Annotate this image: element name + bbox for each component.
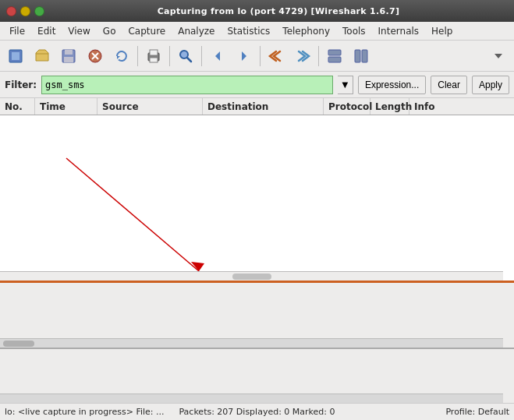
hex-panel[interactable] — [0, 349, 514, 403]
svg-rect-3 — [65, 50, 73, 55]
svg-rect-11 — [150, 58, 158, 62]
window-title: Capturing from lo (port 4729) [Wireshark… — [49, 6, 508, 16]
svg-marker-14 — [215, 51, 220, 61]
svg-rect-17 — [328, 57, 341, 62]
menu-file[interactable]: File — [3, 24, 31, 38]
separator-2 — [169, 46, 170, 66]
col-header-length[interactable]: Length — [370, 98, 409, 115]
svg-rect-4 — [64, 57, 73, 62]
find-button[interactable] — [173, 44, 198, 69]
svg-line-21 — [66, 158, 199, 271]
view-toggle-button[interactable] — [322, 44, 347, 69]
filter-bar: Filter: ▼ Expression... Clear Apply — [0, 72, 514, 98]
menu-tools[interactable]: Tools — [336, 24, 372, 38]
column-headers: No. Time Source Destination Protocol Len… — [0, 98, 514, 115]
go-to-last-button[interactable] — [290, 44, 315, 69]
close-capture-button[interactable] — [83, 44, 108, 69]
clear-button[interactable]: Clear — [431, 76, 467, 94]
svg-marker-20 — [495, 54, 502, 58]
scrollbar-thumb[interactable] — [232, 274, 271, 280]
filter-input[interactable] — [41, 76, 333, 94]
svg-line-13 — [187, 58, 191, 62]
filter-label: Filter: — [5, 79, 37, 90]
menu-capture[interactable]: Capture — [122, 24, 172, 38]
menu-statistics[interactable]: Statistics — [221, 24, 276, 38]
hex-scrollbar[interactable] — [0, 394, 503, 403]
status-center: Packets: 207 Displayed: 0 Marked: 0 — [173, 407, 342, 417]
columns-button[interactable] — [349, 44, 374, 69]
separator-1 — [137, 46, 138, 66]
menu-telephony[interactable]: Telephony — [276, 24, 336, 38]
svg-marker-15 — [242, 51, 246, 61]
expression-button[interactable]: Expression... — [358, 76, 426, 94]
apply-button[interactable]: Apply — [472, 76, 509, 94]
svg-rect-16 — [328, 50, 341, 55]
col-header-info[interactable]: Info — [409, 98, 514, 115]
svg-rect-1 — [12, 52, 19, 60]
main-area — [0, 115, 514, 403]
forward-button[interactable] — [232, 44, 257, 69]
go-to-first-button[interactable] — [264, 44, 289, 69]
svg-rect-19 — [362, 50, 367, 62]
filter-dropdown-button[interactable]: ▼ — [338, 76, 353, 94]
detail-scrollbar[interactable] — [0, 338, 503, 348]
packet-detail-panel[interactable] — [0, 283, 514, 349]
window-controls — [6, 6, 44, 16]
svg-marker-22 — [191, 262, 204, 271]
menu-help[interactable]: Help — [425, 24, 459, 38]
back-button[interactable] — [205, 44, 230, 69]
status-left: lo: <live capture in progress> File: ... — [5, 407, 173, 417]
menu-go[interactable]: Go — [97, 24, 122, 38]
col-header-no[interactable]: No. — [0, 98, 35, 115]
toolbar — [0, 41, 514, 72]
menu-internals[interactable]: Internals — [372, 24, 426, 38]
open-button[interactable] — [30, 44, 55, 69]
horizontal-scrollbar[interactable] — [0, 271, 503, 281]
col-header-time[interactable]: Time — [35, 98, 97, 115]
col-header-source[interactable]: Source — [97, 98, 203, 115]
menu-view[interactable]: View — [62, 24, 96, 38]
status-right: Profile: Default — [341, 407, 509, 417]
svg-rect-10 — [150, 50, 158, 55]
print-button[interactable] — [141, 44, 166, 69]
new-capture-button[interactable] — [3, 44, 28, 69]
minimize-button[interactable] — [20, 6, 30, 16]
separator-4 — [260, 46, 261, 66]
title-bar: Capturing from lo (port 4729) [Wireshark… — [0, 0, 514, 22]
svg-marker-8 — [117, 56, 120, 59]
menu-bar: File Edit View Go Capture Analyze Statis… — [0, 22, 514, 41]
detail-scrollbar-thumb[interactable] — [3, 341, 34, 347]
annotation-arrow — [0, 115, 514, 281]
separator-5 — [318, 46, 319, 66]
more-button[interactable] — [486, 44, 511, 69]
save-button[interactable] — [56, 44, 81, 69]
reload-button[interactable] — [109, 44, 134, 69]
maximize-button[interactable] — [34, 6, 44, 16]
close-button[interactable] — [6, 6, 16, 16]
menu-analyze[interactable]: Analyze — [172, 24, 221, 38]
col-header-protocol[interactable]: Protocol — [324, 98, 370, 115]
menu-edit[interactable]: Edit — [31, 24, 62, 38]
col-header-destination[interactable]: Destination — [203, 98, 324, 115]
svg-rect-18 — [355, 50, 360, 62]
separator-3 — [201, 46, 202, 66]
status-bar: lo: <live capture in progress> File: ...… — [0, 403, 514, 420]
packet-list[interactable] — [0, 115, 514, 283]
